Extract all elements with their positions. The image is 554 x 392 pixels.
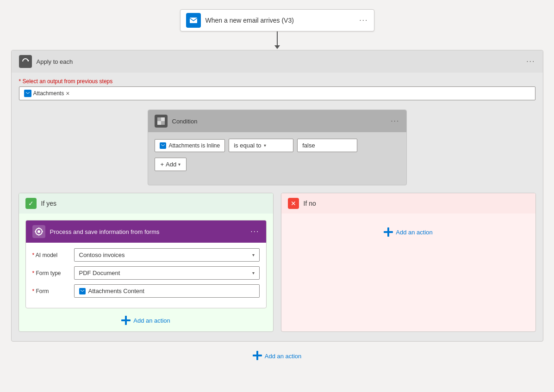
branch-yes: ✓ If yes (19, 193, 274, 332)
condition-operator-select[interactable]: is equal to ▾ (229, 139, 293, 152)
apply-each-container: Apply to each ··· * Select an output fro… (11, 50, 543, 342)
branch-no-body: Add an action (281, 214, 535, 306)
trigger-more-button[interactable]: ··· (359, 16, 368, 24)
svg-point-11 (37, 230, 40, 233)
condition-body: Attachments is Inline is equal to ▾ fals… (148, 132, 406, 178)
ai-model-chevron-icon: ▾ (252, 252, 255, 257)
yes-add-action-label: Add an action (133, 317, 170, 324)
condition-header: Condition ··· (148, 110, 406, 132)
add-label: Add (166, 161, 176, 168)
plus-icon: + (161, 161, 164, 168)
ai-model-label: * AI model (32, 252, 74, 258)
bottom-add-action-label: Add an action (265, 353, 302, 360)
form-type-value: PDF Document (79, 270, 120, 276)
condition-card: Condition ··· Attachm (148, 110, 407, 185)
loop-icon (19, 55, 32, 68)
branch-yes-header: ✓ If yes (19, 193, 273, 214)
process-card: Process and save information from forms … (25, 220, 267, 308)
tag-close-button[interactable]: × (66, 90, 69, 97)
branch-yes-body: Process and save information from forms … (19, 214, 273, 331)
output-field-label: * Select an output from previous steps (19, 78, 535, 85)
branches-row: ✓ If yes (19, 193, 536, 332)
condition-header-left: Condition (155, 115, 198, 128)
apply-each-more-button[interactable]: ··· (526, 57, 535, 66)
condition-operand[interactable]: Attachments is Inline (155, 139, 225, 152)
no-add-action-label: Add an action (396, 229, 433, 236)
process-icon (32, 225, 45, 238)
ai-model-select[interactable]: Contoso invoices ▾ (74, 248, 260, 262)
svg-rect-1 (190, 18, 197, 23)
form-value: Attachments Content (88, 288, 144, 294)
operand-label: Attachments is Inline (169, 142, 220, 149)
condition-add-button[interactable]: + Add ▾ (155, 158, 187, 171)
operator-chevron-icon: ▾ (264, 143, 266, 148)
attachments-tag: Attachments × (24, 90, 70, 97)
apply-each-header-left: Apply to each (19, 55, 73, 68)
form-row: * Form (32, 284, 260, 298)
condition-row: Attachments is Inline is equal to ▾ fals… (155, 139, 400, 152)
form-type-row: * Form type PDF Document ▾ (32, 266, 260, 280)
branch-yes-label: If yes (41, 200, 56, 207)
canvas: When a new email arrives (V3) ··· Apply … (0, 0, 554, 392)
form-type-chevron-icon: ▾ (252, 270, 255, 276)
branch-no-header: ✕ If no (281, 193, 535, 214)
required-star: * (19, 78, 23, 85)
svg-rect-20 (387, 227, 389, 237)
condition-value-input[interactable]: false (297, 139, 357, 152)
arrow-trigger-to-loop (274, 31, 280, 50)
yes-check-icon: ✓ (25, 198, 37, 209)
svg-rect-18 (125, 316, 127, 325)
trigger-card: When a new email arrives (V3) ··· (180, 9, 374, 31)
ai-model-row: * AI model Contoso invoices ▾ (32, 248, 260, 262)
branch-no: ✕ If no Add an action (281, 193, 536, 332)
svg-rect-22 (256, 351, 258, 360)
process-body: * AI model Contoso invoices ▾ (26, 243, 266, 308)
bottom-add-action-icon (253, 351, 262, 361)
form-email-icon (79, 288, 86, 294)
apply-each-header: Apply to each ··· (12, 50, 543, 73)
tag-label: Attachments (33, 90, 64, 97)
no-branch-add-action-button[interactable]: Add an action (384, 227, 433, 237)
process-card-title: Process and save information from forms (50, 228, 160, 235)
output-tag-input[interactable]: Attachments × (19, 86, 535, 100)
svg-rect-7 (157, 121, 161, 125)
apply-each-inner: Condition ··· Attachm (12, 100, 543, 332)
form-value-input[interactable]: Attachments Content (74, 284, 260, 298)
yes-add-action-icon (121, 316, 131, 325)
operand-email-icon (160, 142, 166, 149)
condition-icon (155, 115, 168, 128)
svg-rect-8 (161, 121, 165, 125)
tag-email-icon (24, 90, 31, 97)
process-card-header-left: Process and save information from forms (32, 225, 160, 238)
svg-rect-5 (157, 117, 161, 121)
no-x-icon: ✕ (288, 198, 299, 209)
form-label: * Form (32, 288, 74, 294)
no-add-action-icon (384, 227, 393, 237)
svg-marker-3 (27, 60, 29, 61)
ai-model-value: Contoso invoices (79, 251, 125, 258)
condition-more-button[interactable]: ··· (391, 117, 399, 125)
process-more-button[interactable]: ··· (250, 227, 259, 236)
condition-title: Condition (172, 118, 198, 125)
email-icon (186, 13, 201, 28)
select-output-section: * Select an output from previous steps A… (12, 73, 543, 100)
trigger-card-left: When a new email arrives (V3) (186, 13, 294, 28)
apply-each-title: Apply to each (37, 58, 73, 65)
yes-branch-add-action-button[interactable]: Add an action (121, 316, 170, 325)
operator-label: is equal to (234, 142, 261, 149)
branch-no-label: If no (304, 200, 316, 207)
add-chevron-icon: ▾ (178, 162, 181, 167)
trigger-title: When a new email arrives (V3) (205, 17, 294, 24)
form-type-label: * Form type (32, 270, 74, 276)
form-type-select[interactable]: PDF Document ▾ (74, 266, 260, 280)
svg-rect-6 (161, 117, 165, 121)
process-card-header: Process and save information from forms … (26, 220, 266, 243)
bottom-add-action[interactable]: Add an action (253, 351, 302, 361)
